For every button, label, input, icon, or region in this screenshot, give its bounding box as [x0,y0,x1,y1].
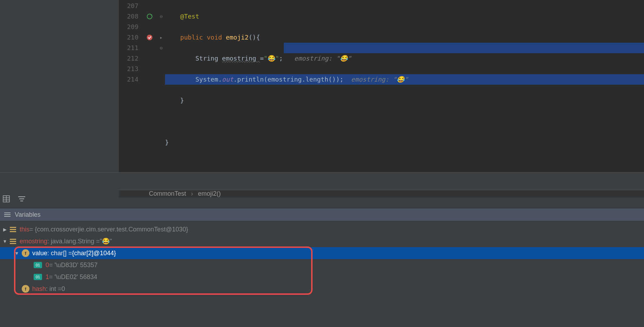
var-name: hash [32,285,46,293]
fold-toggle-icon[interactable]: ⊖ [157,43,165,53]
method-name: emoji2 [226,34,248,41]
filter-icon[interactable] [18,196,25,202]
string-literal: " [275,55,279,62]
var-value: = {com.crossoverjie.cim.server.test.Comm… [29,226,188,233]
chevron-right-icon: › [191,190,193,197]
variables-title: Variables [15,211,41,218]
line-number[interactable]: 209 [119,22,142,32]
menu-icon[interactable] [4,212,11,217]
object-icon [10,227,16,232]
var-type: : char[] = [47,250,72,257]
type: String [196,55,222,62]
var-name: 1 [46,273,49,281]
operator: = [260,55,264,62]
code-text: (){ [248,34,260,41]
variable-row-hash[interactable]: f hash : int = 0 [0,283,644,295]
variable-row-index0[interactable]: 01 0 = '\uD83D' 55357 [0,259,644,271]
object-icon [10,239,16,244]
var-name: value [32,250,47,257]
variable: emostring [222,55,260,62]
keyword: public [180,34,203,41]
field-icon: f [22,249,29,257]
run-test-icon[interactable] [142,11,157,22]
variables-header[interactable]: Variables [0,208,644,221]
variable-row-index1[interactable]: 01 1 = '\uDE02' 56834 [0,271,644,283]
breadcrumb-item[interactable]: emoji2() [198,190,221,197]
string-literal: " [264,55,268,62]
code-editor[interactable]: 207 208 209 210 211 212 213 214 [119,0,644,172]
variable-row-this[interactable]: ▶ this = {com.crossoverjie.cim.server.te… [0,223,644,235]
field: out [222,76,234,83]
gutter-icons [142,0,157,190]
project-panel [0,0,119,172]
breadcrumb-item[interactable]: CommonTest [149,190,186,197]
annotation: @Test [180,13,199,20]
emoji: 😂 [268,55,275,62]
line-number[interactable]: 212 [119,53,142,64]
primitive-icon: 01 [34,274,42,280]
variables-panel[interactable]: ▶ this = {com.crossoverjie.cim.server.te… [0,221,644,327]
line-number[interactable]: 211 [119,43,142,53]
line-number[interactable]: 210 [119,32,142,43]
var-value: 0 [62,285,65,293]
inline-hint: emostring: "😂" [351,76,408,83]
brace: } [180,97,184,104]
line-number[interactable]: 213 [119,64,142,74]
breadcrumb[interactable]: CommonTest › emoji2() [119,190,644,197]
variable-row-value[interactable]: ▼ f value : char[] = {char[2]@1044} [0,247,644,259]
table-view-icon[interactable] [3,195,10,202]
var-name: 0 [46,262,49,269]
code-text: ; [279,55,283,62]
var-value: = '\uDE02' 56834 [49,273,97,281]
collapse-arrow-icon[interactable]: ▼ [0,239,10,244]
var-name: emostring [20,238,47,245]
var-type: : java.lang.String = [47,238,100,245]
var-value: "😂" [100,237,112,245]
line-number-gutter[interactable]: 207 208 209 210 211 212 213 214 [119,0,142,190]
execution-point-icon: ▸ [157,32,165,43]
var-name: this [20,226,29,233]
brace: } [165,139,169,146]
collapse-arrow-icon[interactable]: ▼ [12,251,22,256]
inline-hint: emostring: "😂" [294,55,351,62]
keyword: void [207,34,222,41]
breakpoint-icon[interactable] [142,32,157,43]
field-icon: f [22,285,29,293]
fold-toggle-icon[interactable]: ⊖ [157,11,165,22]
var-type: : int = [46,285,62,293]
line-number[interactable]: 214 [119,74,142,85]
code-text: System. [196,76,222,83]
line-number[interactable]: 207 [119,1,142,11]
primitive-icon: 01 [34,262,42,268]
line-number[interactable]: 208 [119,11,142,22]
fold-gutter[interactable]: ⊖ ▸ ⊖ [157,0,165,190]
expand-arrow-icon[interactable]: ▶ [0,227,10,232]
var-value: {char[2]@1044} [72,250,116,257]
svg-point-1 [147,35,152,40]
variable-row-emostring[interactable]: ▼ emostring : java.lang.String = "😂" [0,235,644,247]
var-value: = '\uD83D' 55357 [49,262,97,269]
code-text: .println(emostring.length()); [233,76,343,83]
code-content[interactable]: @Test public void emoji2(){ String emost… [165,0,644,190]
